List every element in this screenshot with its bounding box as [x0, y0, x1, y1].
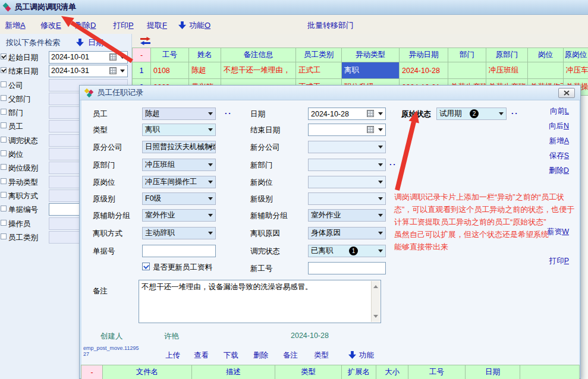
- old-post-label: 原岗位: [93, 178, 115, 188]
- scrollbar[interactable]: [371, 281, 380, 322]
- origin-state-combobox[interactable]: 试用期 2: [436, 108, 507, 120]
- done-state-combobox[interactable]: 已离职 1: [308, 245, 386, 257]
- col-header-name[interactable]: 姓名: [189, 48, 221, 62]
- delete-button[interactable]: 删除D: [75, 20, 96, 31]
- file-col-index[interactable]: -: [81, 365, 103, 379]
- start-date-checkbox[interactable]: [1, 53, 7, 59]
- parent-dept-checkbox[interactable]: [1, 95, 7, 101]
- prev-button[interactable]: 向前L: [550, 106, 569, 116]
- chevron-down-icon[interactable]: [120, 56, 125, 61]
- type-label: 类型: [93, 125, 108, 135]
- batch-transfer-button[interactable]: 批量转移部门: [307, 20, 354, 31]
- start-date-input[interactable]: 2024-10-01: [49, 51, 128, 64]
- file-col-extension[interactable]: 扩展名: [342, 365, 376, 379]
- file-col-extra[interactable]: [520, 365, 580, 379]
- close-icon[interactable]: [558, 88, 575, 98]
- add-record-button[interactable]: 新增A: [549, 136, 569, 146]
- file-col-date[interactable]: 日期: [466, 365, 520, 379]
- col-header-old-post[interactable]: 原岗位: [564, 48, 588, 62]
- filter-label: 结束日期: [8, 67, 38, 77]
- dialog-title: 员工任职记录: [97, 87, 143, 98]
- update-employee-checkbox[interactable]: [142, 263, 150, 270]
- old-post-combobox[interactable]: 冲压车间操作工: [142, 176, 216, 188]
- remark-textarea[interactable]: 不想干还一堆理由，设备漏油导致的洗澡容易感冒。: [139, 280, 381, 323]
- end-date-input[interactable]: 2024-10-31: [49, 65, 128, 77]
- file-col-empno[interactable]: 工号: [408, 365, 466, 379]
- new-level-combobox[interactable]: [308, 192, 386, 205]
- col-header-remark[interactable]: 备注信息: [221, 48, 296, 62]
- col-header-empno[interactable]: 工号: [151, 48, 189, 62]
- file-remark-button[interactable]: 备注: [283, 350, 298, 361]
- doc-no-checkbox[interactable]: [1, 206, 7, 211]
- col-header-category[interactable]: 员工类别: [296, 48, 342, 62]
- file-col-type[interactable]: 类型: [275, 365, 342, 379]
- new-company-combobox[interactable]: [308, 141, 386, 153]
- download-button[interactable]: 下载: [224, 350, 238, 361]
- col-header-post[interactable]: 岗位: [528, 48, 564, 62]
- sort-field-button[interactable]: 日期: [88, 37, 103, 48]
- calendar-icon[interactable]: [367, 110, 374, 117]
- move-type-checkbox[interactable]: [1, 178, 7, 184]
- file-type-button[interactable]: 类型: [314, 350, 329, 361]
- leave-reason-combobox[interactable]: 身体原因: [308, 227, 386, 239]
- old-dept-combobox[interactable]: 冲压班组: [142, 159, 216, 171]
- emp-label: 员工: [93, 109, 108, 119]
- dept-checkbox[interactable]: [1, 109, 7, 115]
- calendar-icon[interactable]: [109, 53, 117, 61]
- employee-checkbox[interactable]: [1, 122, 7, 128]
- col-header-dept[interactable]: 部门: [448, 48, 486, 62]
- print-button[interactable]: 打印P: [113, 20, 134, 31]
- post-checkbox[interactable]: [1, 150, 7, 156]
- leave-mode-checkbox[interactable]: [1, 192, 7, 198]
- file-col-size[interactable]: 大小: [376, 365, 408, 379]
- upload-button[interactable]: 上传: [165, 350, 180, 361]
- edit-button[interactable]: 修改E: [40, 20, 61, 31]
- toolbar: 新增A 修改E 删除D 打印P 提取F 功能O 批量转移部门: [0, 15, 588, 34]
- end-date-input[interactable]: [308, 124, 386, 136]
- new-dept-combobox[interactable]: [308, 159, 386, 171]
- type-combobox[interactable]: 离职: [142, 124, 216, 136]
- date-input[interactable]: 2024-10-28: [308, 108, 386, 120]
- function-menu-button[interactable]: 功能O: [189, 20, 210, 31]
- emp-category-checkbox[interactable]: [1, 233, 7, 239]
- end-date-checkbox[interactable]: [1, 67, 7, 73]
- add-button[interactable]: 新增A: [5, 20, 26, 31]
- origin-state-more-button[interactable]: ··: [511, 109, 519, 118]
- new-dept-more-button[interactable]: ··: [389, 160, 397, 169]
- col-header-index[interactable]: -: [133, 48, 151, 62]
- calendar-icon[interactable]: [109, 67, 117, 74]
- chevron-down-icon[interactable]: [120, 70, 125, 75]
- col-header-move-date[interactable]: 异动日期: [400, 48, 448, 62]
- delete-record-button[interactable]: 删除D: [549, 166, 569, 176]
- file-function-button[interactable]: 功能: [359, 350, 374, 361]
- save-button[interactable]: 保存S: [549, 151, 569, 161]
- creator-name: 许艳: [164, 331, 179, 342]
- table-row[interactable]: 1 0108 陈超 不想干还一堆理由， 正式工 离职 2024-10-28 冲压…: [133, 62, 588, 79]
- col-header-move-type[interactable]: 异动类型: [342, 48, 400, 62]
- old-level-combobox[interactable]: F0级: [142, 192, 216, 205]
- calendar-icon[interactable]: [367, 126, 374, 133]
- swap-columns-icon[interactable]: [140, 37, 150, 45]
- file-col-description[interactable]: 描述: [192, 365, 275, 379]
- print-record-button[interactable]: 打印P: [549, 256, 569, 266]
- emp-combobox[interactable]: 陈超: [142, 108, 216, 120]
- file-col-filename[interactable]: 文件名: [103, 365, 192, 379]
- delete-file-button[interactable]: 删除: [253, 350, 268, 361]
- leave-mode-combobox[interactable]: 主动辞职: [142, 227, 216, 239]
- next-button[interactable]: 向后N: [549, 121, 569, 131]
- company-checkbox[interactable]: [1, 81, 7, 87]
- doc-no-input[interactable]: [142, 245, 216, 257]
- emp-more-button[interactable]: ··: [225, 109, 232, 118]
- operator-checkbox[interactable]: [1, 220, 7, 226]
- extract-button[interactable]: 提取F: [147, 20, 167, 31]
- selected-cell[interactable]: 离职: [342, 62, 400, 79]
- old-company-combobox[interactable]: 日照普拉沃夫机械制造: [142, 141, 216, 153]
- post-level-checkbox[interactable]: [1, 164, 7, 170]
- new-group-combobox[interactable]: 室外作业: [308, 209, 386, 222]
- view-button[interactable]: 查看: [194, 350, 209, 361]
- new-empno-input[interactable]: [308, 262, 386, 274]
- done-state-checkbox[interactable]: [1, 137, 7, 143]
- col-header-old-dept[interactable]: 原部门: [486, 48, 528, 62]
- old-group-combobox[interactable]: 室外作业: [142, 209, 216, 222]
- new-post-combobox[interactable]: [308, 176, 386, 188]
